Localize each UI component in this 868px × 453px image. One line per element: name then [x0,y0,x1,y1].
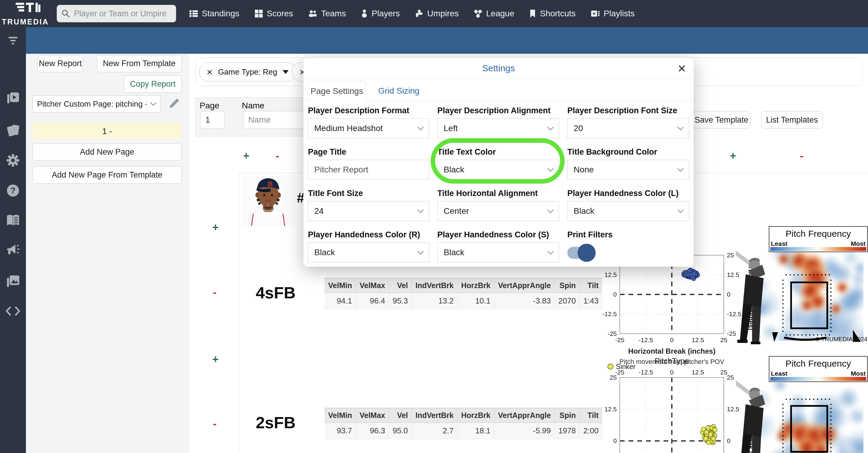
svg-text:12.5: 12.5 [604,405,617,413]
svg-text:-12.5: -12.5 [639,336,653,343]
field-title-font-size: Title Font Size 24 [308,186,429,228]
filter-icon[interactable] [6,36,20,46]
filter-chip-game-type[interactable]: × Game Type: Reg [199,62,296,82]
nav-scores[interactable]: Scores [254,9,293,19]
add-grid-row-button[interactable]: + [212,354,219,365]
stat-value: -3.83 [494,293,555,309]
nav-umpires[interactable]: Umpires [415,9,459,19]
nav-label: Scores [267,9,293,19]
player-handedness-color-l-select[interactable]: Black [567,201,689,221]
league-icon [474,9,482,18]
nav-label: Teams [321,9,346,19]
tab-page-settings[interactable]: Page Settings [308,81,366,101]
title-text-color-select[interactable]: Black [437,160,559,180]
report-select[interactable]: Pitcher Custom Page: pitching -... [33,95,160,113]
stat-column-header: Spin [555,278,580,293]
new-report-button[interactable]: New Report [38,55,83,72]
svg-text:B: B [268,180,273,188]
tab-grid-sizing[interactable]: Grid Sizing [378,86,420,96]
scores-icon [254,9,263,18]
select-value: Black [314,248,335,257]
page-list-item[interactable]: 1 - [33,123,182,140]
svg-text:PitchType: PitchType [654,356,689,365]
remove-row-button[interactable]: - [276,150,279,161]
pitch-frequency-heatmap: Pitch FrequencyLeastMost [736,353,868,453]
svg-text:25: 25 [720,369,727,376]
embed-code-icon[interactable] [5,306,21,316]
select-value: 24 [314,206,323,216]
close-icon[interactable]: × [678,60,686,77]
player-handedness-color-r-select[interactable]: Black [308,243,429,262]
svg-text:-25: -25 [727,330,736,337]
global-search[interactable] [57,5,176,22]
help-icon[interactable]: ? [6,183,20,198]
save-template-button[interactable]: Save Template [692,111,750,129]
nav-players[interactable]: Players [361,9,400,19]
nav-league[interactable]: League [474,9,514,19]
list-templates-button[interactable]: List Templates [761,111,823,129]
divider [303,78,694,79]
svg-text:-12.5: -12.5 [639,369,653,376]
umpires-icon [415,9,424,18]
print-filters-toggle[interactable] [567,246,594,259]
add-grid-row-button[interactable]: + [212,222,219,233]
stat-value: 13.2 [412,293,457,309]
stat-column-header: IndVertBrk [412,408,457,423]
remove-filter-icon[interactable]: × [207,67,213,77]
nav-label: Playlists [604,9,635,19]
player-handedness-color-s-select[interactable]: Black [437,243,559,262]
title-horizontal-alignment-select[interactable]: Center [437,201,559,221]
field-title-text-color: Title Text Color Black [437,145,559,186]
svg-text:Pitch Frequency: Pitch Frequency [786,229,851,238]
playlists-icon [591,9,600,18]
remove-grid-row-button[interactable]: - [213,287,217,298]
player-description-format-select[interactable]: Medium Headshot [308,118,429,138]
stat-value: 2.7 [412,423,457,439]
nav-playlists[interactable]: Playlists [591,9,635,19]
svg-text:-25: -25 [608,330,617,337]
nav-standings[interactable]: Standings [189,9,240,19]
announcements-megaphone-icon[interactable] [6,244,20,258]
nav-shortcuts[interactable]: Shortcuts [529,9,576,19]
gear-icon[interactable] [6,153,20,167]
add-column-button[interactable]: + [730,150,736,161]
field-print-filters: Print Filters [567,228,689,269]
modal-title: Settings [303,63,694,74]
chevron-down-icon [677,206,684,213]
add-new-page-from-template-button[interactable]: Add New Page From Template [33,166,182,183]
select-value: 20 [574,123,583,133]
image-gallery-icon[interactable] [6,274,20,288]
svg-text:Pitch Frequency: Pitch Frequency [786,359,851,368]
remove-column-button[interactable]: - [800,150,803,161]
video-playlist-icon[interactable] [6,91,20,105]
new-from-template-button[interactable]: New From Template [97,55,182,72]
add-new-page-button[interactable]: Add New Page [33,143,182,161]
search-input[interactable] [74,9,172,19]
remove-grid-row-button[interactable]: - [213,418,217,429]
player-description-font-size-select[interactable]: 20 [567,118,689,138]
report-cards-icon[interactable] [6,123,20,137]
chevron-down-icon [417,124,424,130]
glossary-book-icon[interactable] [6,214,20,227]
edit-pencil-icon[interactable] [168,97,180,110]
trumedia-logo[interactable]: TRUMEDIA [0,1,51,26]
players-icon [361,9,368,18]
page-number-input[interactable] [200,111,224,129]
chevron-down-icon [548,165,554,172]
shortcuts-icon [529,9,536,18]
title-background-color-select[interactable]: None [567,160,689,180]
svg-text:0: 0 [727,291,731,298]
player-description-alignment-select[interactable]: Left [437,118,559,138]
title-font-size-select[interactable]: 24 [308,201,429,221]
nav-teams[interactable]: Teams [308,9,346,19]
svg-text:Least: Least [771,240,787,247]
chevron-down-icon [548,248,554,254]
stat-column-header: IndVertBrk [412,278,457,293]
select-value: Black [444,165,464,175]
page-title-input[interactable] [308,160,429,180]
stat-value: 18.1 [458,423,494,439]
add-row-button[interactable]: + [243,150,249,161]
copy-report-button[interactable]: Copy Report [124,76,182,93]
svg-text:-25: -25 [615,336,624,343]
stat-value: 2070 [555,293,580,309]
